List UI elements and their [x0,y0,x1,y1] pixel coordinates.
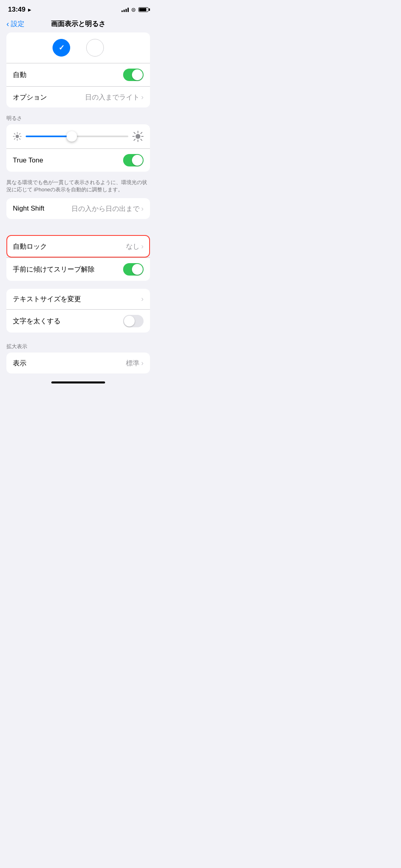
brightness-slider-fill [26,136,72,137]
wake-on-raise-row: 手前に傾けてスリープ解除 [6,258,150,281]
night-shift-chevron-icon: › [141,205,144,213]
brightness-section-label: 明るさ [0,112,156,124]
true-tone-toggle-knob [132,155,143,166]
check-icon: ✓ [59,43,65,52]
auto-toggle[interactable] [123,69,144,81]
sun-large-icon [132,131,144,142]
auto-lock-row[interactable]: 自動ロック なし › [7,236,149,257]
svg-point-9 [136,134,140,139]
true-tone-description: 異なる環境でも色が一貫して表示されるように、環境光の状況に応じて iPhoneの… [0,176,156,198]
bold-text-toggle-knob [124,316,135,327]
svg-line-14 [134,132,135,134]
text-size-chevron-icon: › [141,295,144,303]
back-label: 設定 [11,19,24,28]
home-indicator [51,381,105,383]
content: ✓ 自動 オプション 日の入までライト › 明るさ [0,32,156,383]
night-shift-value: 日の入から日の出まで › [71,204,144,213]
status-time: 13:49 ► [8,6,32,14]
text-size-row[interactable]: テキストサイズを変更 › [6,289,150,310]
brightness-slider-thumb[interactable] [67,131,77,142]
display-value: 標準 › [126,359,144,368]
auto-lock-label: 自動ロック [13,242,47,251]
bold-text-toggle[interactable] [123,315,144,327]
location-icon: ► [27,7,32,13]
status-bar: 13:49 ► ⊜ [0,0,156,16]
display-row[interactable]: 表示 標準 › [6,353,150,373]
true-tone-toggle[interactable] [123,154,144,166]
bold-text-label: 文字を太くする [13,316,61,326]
text-size-label: テキストサイズを変更 [13,294,81,304]
svg-line-16 [141,132,142,134]
page-title: 画面表示と明るさ [51,19,105,28]
wake-on-raise-toggle-knob [132,264,143,275]
dark-mode-option[interactable] [86,39,104,57]
toggle-knob [132,69,143,80]
svg-line-17 [134,139,135,140]
text-settings-card: テキストサイズを変更 › 文字を太くする [6,289,150,333]
bold-text-row: 文字を太くする [6,310,150,333]
auto-toggle-row: 自動 [6,63,150,87]
wake-on-raise-card: 手前に傾けてスリープ解除 [6,258,150,281]
display-chevron-icon: › [141,359,144,367]
wake-on-raise-label: 手前に傾けてスリープ解除 [13,265,95,274]
brightness-slider-row [6,124,150,149]
text-size-chevron: › [141,295,144,303]
nav-bar: ‹ 設定 画面表示と明るさ [0,16,156,32]
display-label: 表示 [13,359,26,368]
appearance-card: ✓ 自動 オプション 日の入までライト › [6,32,150,107]
svg-line-7 [19,134,20,134]
true-tone-row: True Tone [6,149,150,172]
brightness-slider-track[interactable] [26,136,128,137]
options-value: 日の入までライト › [85,93,144,102]
svg-line-5 [14,134,15,134]
dark-mode-circle[interactable] [86,39,104,57]
status-icons: ⊜ [122,6,148,13]
auto-label: 自動 [13,70,26,79]
signal-bars [122,7,129,12]
light-mode-option[interactable]: ✓ [53,39,70,57]
options-chevron-icon: › [141,93,144,101]
svg-line-6 [19,138,20,139]
sun-small-icon [13,132,22,141]
true-tone-label: True Tone [13,156,43,164]
brightness-card: True Tone [6,124,150,172]
options-label: オプション [13,93,47,102]
svg-line-8 [14,138,15,139]
svg-point-0 [16,135,19,138]
back-button[interactable]: ‹ 設定 [6,19,24,28]
wake-on-raise-toggle[interactable] [123,263,144,276]
back-chevron-icon: ‹ [6,19,9,28]
zoom-section-label: 拡大表示 [0,340,156,353]
auto-lock-chevron-icon: › [141,242,144,251]
svg-line-15 [141,139,142,140]
night-shift-card[interactable]: Night Shift 日の入から日の出まで › [6,198,150,219]
auto-lock-value: なし › [126,242,144,251]
light-mode-circle[interactable]: ✓ [53,39,70,57]
night-shift-row[interactable]: Night Shift 日の入から日の出まで › [6,198,150,219]
options-row[interactable]: オプション 日の入までライト › [6,87,150,107]
display-card[interactable]: 表示 標準 › [6,353,150,373]
wifi-icon: ⊜ [131,6,136,13]
auto-lock-card[interactable]: 自動ロック なし › [6,235,150,258]
battery-icon [138,7,148,12]
night-shift-label: Night Shift [13,205,44,213]
appearance-selector-row: ✓ [6,32,150,63]
